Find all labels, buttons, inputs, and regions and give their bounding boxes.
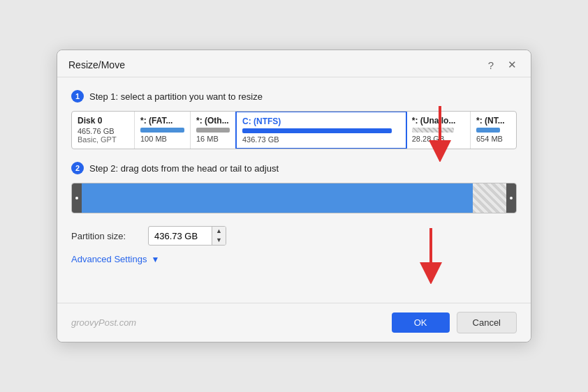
oth-size: 16 MB <box>196 135 230 143</box>
fat-label: *: (FAT... <box>140 116 184 126</box>
nt-bar <box>476 128 500 133</box>
step2-header: 2 Step 2: drag dots from the head or tai… <box>71 162 517 174</box>
resize-blue-region <box>82 183 473 213</box>
unallo-label: *: (Unallo... <box>412 116 464 126</box>
partition-size-input[interactable] <box>149 229 212 243</box>
resize-bar-wrapper[interactable] <box>71 183 517 213</box>
cancel-button[interactable]: Cancel <box>457 312 517 333</box>
ntfs-c-label: C: (NTFS) <box>242 116 400 126</box>
footer-watermark: groovyPost.com <box>71 317 136 328</box>
ntfs-c-size: 436.73 GB <box>242 135 400 144</box>
disk0-label: Disk 0 <box>78 116 128 126</box>
dialog-titlebar: Resize/Move ? ✕ <box>57 50 531 77</box>
unallo-size: 28.28 GB <box>412 135 464 143</box>
partition-oth[interactable]: *: (Oth... 16 MB <box>191 112 236 149</box>
dialog-body: 1 Step 1: select a partition you want to… <box>57 77 531 303</box>
advanced-settings-chevron: ▼ <box>151 255 159 264</box>
partition-fat[interactable]: *: (FAT... 100 MB <box>135 112 191 149</box>
resize-bar-inner <box>72 183 516 213</box>
left-handle-dot <box>75 197 78 199</box>
oth-label: *: (Oth... <box>196 116 230 126</box>
close-button[interactable]: ✕ <box>504 57 520 73</box>
advanced-settings-row: Advanced Settings ▼ <box>71 254 517 264</box>
footer-buttons: OK Cancel <box>392 312 517 333</box>
dialog-footer: groovyPost.com OK Cancel <box>57 303 531 342</box>
help-button[interactable]: ? <box>483 57 499 73</box>
spin-down-button[interactable]: ▼ <box>212 236 226 245</box>
partition-ntfs-c[interactable]: C: (NTFS) 436.73 GB <box>235 111 407 149</box>
partition-table: Disk 0 465.76 GB Basic, GPT *: (FAT... 1… <box>71 111 517 149</box>
dialog-title: Resize/Move <box>68 59 125 70</box>
step1-badge: 1 <box>71 90 84 103</box>
unallo-bar <box>412 128 454 133</box>
disk0-info: Basic, GPT <box>78 135 128 144</box>
resize-handle-right[interactable] <box>506 183 516 213</box>
nt-label: *: (NT... <box>476 116 510 126</box>
partition-unallo[interactable]: *: (Unallo... 28.28 GB <box>406 112 471 149</box>
step1-header: 1 Step 1: select a partition you want to… <box>71 90 517 103</box>
oth-bar <box>196 128 230 133</box>
right-handle-dot <box>510 197 513 199</box>
fat-size: 100 MB <box>140 135 184 143</box>
partition-disk0[interactable]: Disk 0 465.76 GB Basic, GPT <box>72 112 135 149</box>
partition-size-row: Partition size: ▲ ▼ <box>71 226 517 246</box>
spin-buttons: ▲ ▼ <box>212 227 226 245</box>
spin-up-button[interactable]: ▲ <box>212 227 226 236</box>
fat-bar <box>140 128 184 133</box>
resize-move-dialog: Resize/Move ? ✕ 1 Step 1: select a parti… <box>57 50 531 342</box>
advanced-settings-link[interactable]: Advanced Settings <box>71 254 147 264</box>
resize-handle-left[interactable] <box>72 183 82 213</box>
step2-badge: 2 <box>71 162 84 174</box>
partition-size-label: Partition size: <box>71 231 141 241</box>
resize-gray-region <box>473 183 506 213</box>
ntfs-c-bar <box>242 128 392 133</box>
nt-size: 654 MB <box>476 135 510 143</box>
step2-label: Step 2: drag dots from the head or tail … <box>89 163 279 174</box>
partition-nt[interactable]: *: (NT... 654 MB <box>471 112 516 149</box>
ok-button[interactable]: OK <box>392 312 450 333</box>
partition-size-input-wrap: ▲ ▼ <box>148 226 226 246</box>
step1-label: Step 1: select a partition you want to r… <box>89 91 263 102</box>
disk0-size: 465.76 GB <box>78 127 128 135</box>
titlebar-controls: ? ✕ <box>483 57 520 73</box>
